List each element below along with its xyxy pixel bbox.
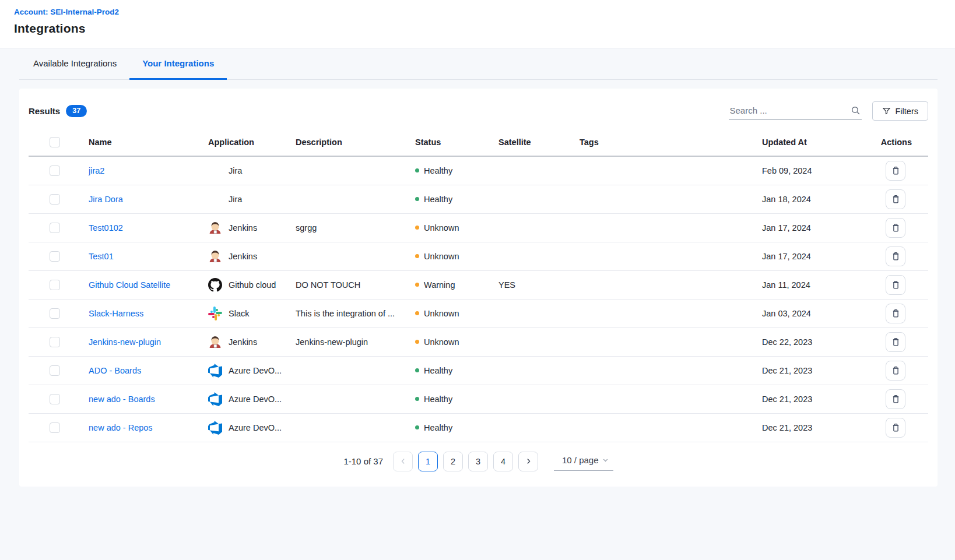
tags-value xyxy=(573,185,755,213)
application-label: Jenkins xyxy=(229,252,257,261)
tags-value xyxy=(573,385,755,413)
application-label: Slack xyxy=(229,309,249,318)
page-button-1[interactable]: 1 xyxy=(418,452,438,471)
tab-your-integrations[interactable]: Your Integrations xyxy=(129,48,227,80)
azure-devops-icon xyxy=(208,392,222,406)
delete-button[interactable] xyxy=(886,218,905,238)
account-breadcrumb-link[interactable]: Account: SEI-Internal-Prod2 xyxy=(14,8,941,16)
page-button-4[interactable]: 4 xyxy=(493,452,513,471)
table-row: Test0102 Jenkins sgrgg Unknown Jan 17, 2… xyxy=(29,213,928,242)
status-dot xyxy=(415,226,419,230)
row-checkbox[interactable] xyxy=(50,165,60,176)
updated-at: Dec 21, 2023 xyxy=(755,385,848,413)
github-icon xyxy=(208,278,222,292)
description-text xyxy=(289,356,408,385)
row-checkbox[interactable] xyxy=(50,308,60,319)
delete-button[interactable] xyxy=(886,389,905,409)
application-label: Azure DevO... xyxy=(229,423,282,432)
table-body: jira2 Jira Healthy Feb 09, 2024 xyxy=(29,156,928,442)
page-size-label: 10 / page xyxy=(562,455,599,465)
filters-button-label: Filters xyxy=(896,107,918,116)
row-checkbox[interactable] xyxy=(50,365,60,376)
description-text xyxy=(289,242,408,270)
app-icon xyxy=(208,392,222,406)
row-checkbox[interactable] xyxy=(50,223,60,233)
updated-at: Feb 09, 2024 xyxy=(755,156,848,185)
integration-name-link[interactable]: new ado - Boards xyxy=(89,395,155,404)
application-label: Azure DevO... xyxy=(229,366,282,375)
filters-button[interactable]: Filters xyxy=(872,101,928,121)
delete-button[interactable] xyxy=(886,275,905,295)
row-checkbox[interactable] xyxy=(50,280,60,290)
pagination-next-button[interactable] xyxy=(518,452,538,471)
updated-at: Dec 21, 2023 xyxy=(755,413,848,442)
row-checkbox[interactable] xyxy=(50,194,60,205)
integration-name-link[interactable]: Jira Dora xyxy=(89,195,123,204)
description-text xyxy=(289,385,408,413)
col-header-description: Description xyxy=(289,130,408,156)
status-dot xyxy=(415,254,419,258)
description-text: This is the integration of ... xyxy=(289,299,408,327)
search-icon xyxy=(851,105,861,115)
app-icon xyxy=(208,278,222,292)
pagination-prev-button[interactable] xyxy=(393,452,413,471)
tags-value xyxy=(573,242,755,270)
delete-button[interactable] xyxy=(886,418,905,438)
page-size-select[interactable]: 10 / page xyxy=(554,452,613,471)
delete-button[interactable] xyxy=(886,361,905,381)
satellite-value xyxy=(491,413,573,442)
trash-icon xyxy=(891,394,901,404)
table-row: Jenkins-new-plugin Jenkins Jenkins-new-p… xyxy=(29,327,928,356)
col-header-actions: Actions xyxy=(848,130,928,156)
jira-icon xyxy=(208,192,222,206)
table-row: jira2 Jira Healthy Feb 09, 2024 xyxy=(29,156,928,185)
status-label: Unknown xyxy=(424,337,459,347)
delete-button[interactable] xyxy=(886,189,905,209)
jenkins-icon xyxy=(208,335,222,349)
app-icon xyxy=(208,421,222,435)
page-button-2[interactable]: 2 xyxy=(443,452,463,471)
status-label: Warning xyxy=(424,280,455,290)
status-label: Healthy xyxy=(424,195,452,204)
delete-button[interactable] xyxy=(886,332,905,352)
row-checkbox[interactable] xyxy=(50,251,60,262)
integration-name-link[interactable]: new ado - Repos xyxy=(89,423,153,432)
azure-devops-icon xyxy=(208,364,222,378)
row-checkbox[interactable] xyxy=(50,394,60,404)
pagination: 1-10 of 37 1234 10 / page xyxy=(29,452,928,471)
integration-name-link[interactable]: Jenkins-new-plugin xyxy=(89,337,161,347)
integrations-table: Name Application Description Status Sate… xyxy=(29,130,928,442)
table-row: Github Cloud Satellite Github cloud DO N… xyxy=(29,270,928,299)
toolbar: Results 37 Filters xyxy=(29,89,928,130)
satellite-value xyxy=(491,156,573,185)
app-icon xyxy=(208,307,222,320)
delete-button[interactable] xyxy=(886,246,905,266)
tab-bar: Available IntegrationsYour Integrations xyxy=(19,48,938,80)
description-text xyxy=(289,413,408,442)
integration-name-link[interactable]: Test01 xyxy=(89,252,114,261)
satellite-value: YES xyxy=(491,270,573,299)
chevron-down-icon xyxy=(602,457,609,463)
integration-name-link[interactable]: Github Cloud Satellite xyxy=(89,280,170,290)
filter-funnel-icon xyxy=(882,107,891,115)
integration-name-link[interactable]: Test0102 xyxy=(89,223,123,233)
application-label: Jira xyxy=(229,166,242,175)
status-label: Healthy xyxy=(424,423,452,432)
delete-button[interactable] xyxy=(886,161,905,181)
jenkins-icon xyxy=(208,249,222,263)
search-input[interactable] xyxy=(730,105,851,115)
row-checkbox[interactable] xyxy=(50,422,60,433)
trash-icon xyxy=(891,165,901,175)
row-checkbox[interactable] xyxy=(50,337,60,347)
tab-available-integrations[interactable]: Available Integrations xyxy=(20,48,129,80)
status-dot xyxy=(415,340,419,344)
integration-name-link[interactable]: ADO - Boards xyxy=(89,366,141,375)
integration-name-link[interactable]: jira2 xyxy=(89,166,104,175)
integration-name-link[interactable]: Slack-Harness xyxy=(89,309,143,318)
select-all-checkbox[interactable] xyxy=(50,137,60,147)
trash-icon xyxy=(891,280,901,290)
application-label: Github cloud xyxy=(229,280,276,290)
delete-button[interactable] xyxy=(886,304,905,323)
page-button-3[interactable]: 3 xyxy=(468,452,488,471)
search-box xyxy=(729,102,862,120)
